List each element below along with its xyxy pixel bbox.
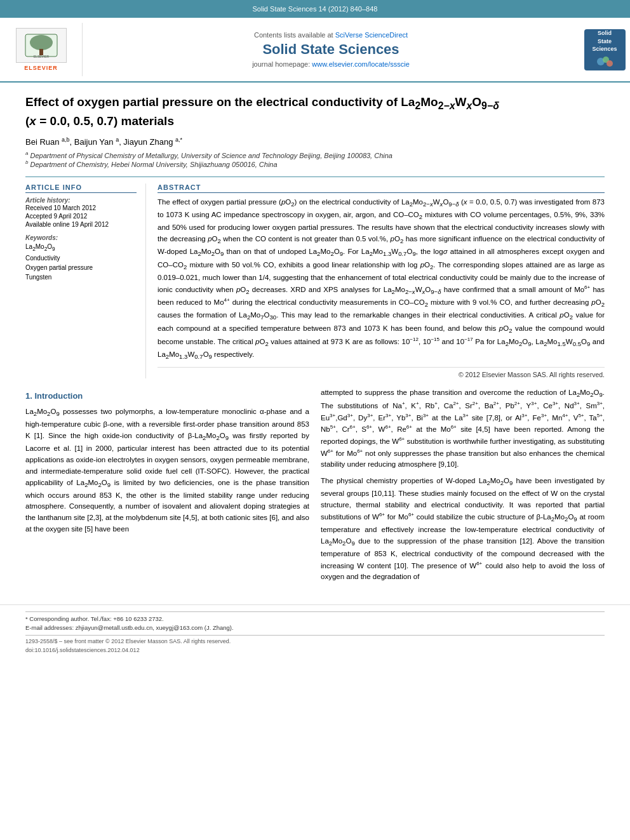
footer-divider [25, 611, 605, 612]
abstract-col: ABSTRACT The effect of oxygen partial pr… [158, 183, 605, 378]
journal-center: Contents lists available at SciVerse Sci… [83, 23, 579, 76]
article-footer: * Corresponding author. Tel./fax: +86 10… [0, 604, 630, 659]
email-line: E-mail addresses: zhjiayun@metall.ustb.e… [25, 623, 605, 632]
intro-para-2: attempted to suppress the phase transiti… [321, 387, 605, 470]
body-col-left: 1. Introduction La2Mo2O9 possesses two p… [25, 387, 309, 588]
journal-logo-right: SolidStateSciences [579, 23, 630, 76]
online-date: Available online 19 April 2012 [25, 221, 137, 228]
intro-para-3: The physical chemistry properties of W-d… [321, 476, 605, 583]
article-title: Effect of oxygen partial pressure on the… [25, 94, 605, 130]
footer-divider-2 [25, 635, 605, 636]
journal-citation: Solid State Sciences 14 (2012) 840–848 [253, 5, 378, 13]
keywords-section: Keywords: La2Mo2O9 Conductivity Oxygen p… [25, 234, 137, 281]
abstract-heading: ABSTRACT [158, 183, 605, 193]
elsevier-label: ELSEVIER [24, 65, 58, 71]
svg-point-1 [30, 35, 53, 50]
elsevier-tree-icon: ELSEVIER [16, 28, 67, 63]
journal-title: Solid State Sciences [262, 41, 399, 58]
received-date: Received 10 March 2012 [25, 204, 137, 211]
journal-header: ELSEVIER ELSEVIER Contents lists availab… [0, 18, 630, 83]
section-1-title: 1. Introduction [25, 390, 309, 403]
corresponding-author: * Corresponding author. Tel./fax: +86 10… [25, 615, 605, 623]
accepted-date: Accepted 9 April 2012 [25, 213, 137, 220]
page: Solid State Sciences 14 (2012) 840–848 E… [0, 0, 630, 840]
article-content: Effect of oxygen partial pressure on the… [0, 83, 630, 599]
article-info-abstract: ARTICLE INFO Article history: Received 1… [25, 177, 605, 378]
body-two-col: 1. Introduction La2Mo2O9 possesses two p… [25, 387, 605, 588]
sciverse-line: Contents lists available at SciVerse Sci… [254, 31, 408, 39]
intro-para-1: La2Mo2O9 possesses two polymorphs, a low… [25, 406, 309, 535]
article-info-heading: ARTICLE INFO [25, 183, 137, 193]
issn-line: 1293-2558/$ – see front matter © 2012 El… [25, 638, 605, 644]
email-label: E-mail addresses: [25, 624, 74, 631]
article-info-col: ARTICLE INFO Article history: Received 1… [25, 183, 146, 378]
elsevier-logo: ELSEVIER ELSEVIER [0, 23, 83, 76]
keyword-1: La2Mo2O9 [25, 242, 137, 253]
body-col-right: attempted to suppress the phase transiti… [321, 387, 605, 588]
journal-homepage: journal homepage: www.elsevier.com/locat… [252, 60, 410, 68]
article-affiliations: a Department of Physical Chemistry of Me… [25, 150, 605, 168]
keywords-label: Keywords: [25, 234, 137, 241]
copyright-line: © 2012 Elsevier Masson SAS. All rights r… [158, 367, 605, 378]
abstract-text: The effect of oxygen partial pressure (p… [158, 197, 605, 362]
journal-logo-box: SolidStateSciences [584, 29, 626, 70]
svg-text:ELSEVIER: ELSEVIER [33, 55, 49, 58]
email-addresses: zhjiayun@metall.ustb.edu.cn, xueygj@163.… [76, 624, 234, 631]
homepage-url[interactable]: www.elsevier.com/locate/ssscie [312, 60, 409, 68]
article-authors: Bei Ruan a,b, Baijun Yan a, Jiayun Zhang… [25, 137, 605, 147]
keyword-4: Tungsten [25, 272, 137, 282]
svg-point-6 [607, 60, 613, 67]
keyword-3: Oxygen partial pressure [25, 263, 137, 272]
top-bar: Solid State Sciences 14 (2012) 840–848 [0, 0, 630, 18]
doi-line: doi:10.1016/j.solidstatesciences.2012.04… [25, 647, 605, 653]
history-label: Article history: [25, 197, 137, 204]
sciverse-link[interactable]: SciVerse ScienceDirect [335, 31, 408, 39]
keyword-2: Conductivity [25, 253, 137, 263]
